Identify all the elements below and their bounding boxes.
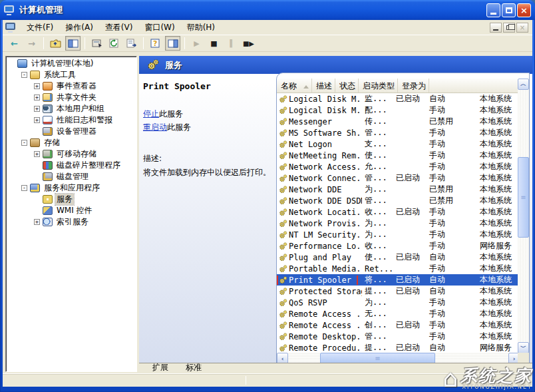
menu-item[interactable]: 查看(V) xyxy=(99,21,139,35)
service-description: 支... xyxy=(362,138,393,150)
scroll-up-button[interactable]: ︿ xyxy=(518,79,529,90)
service-row[interactable]: Remote Procedu... 提... 已启动 自动 网络服务 xyxy=(277,342,520,353)
chevron-down-icon: ﹀ xyxy=(520,343,526,352)
mdi-restore-button[interactable] xyxy=(503,23,515,33)
tree-item[interactable]: 设备管理器 xyxy=(6,126,136,137)
service-row[interactable]: NT LM Security... 为... 手动 本地系统 xyxy=(277,229,520,240)
selected-service-info: Print Spooler 停止此服务 重启动此服务 描述: 将文件加载到内存中… xyxy=(143,81,276,178)
service-row[interactable]: Remote Access ... 创... 已启动 手动 本地系统 xyxy=(277,319,520,331)
service-row[interactable]: Network Provis... 为... 手动 本地系统 xyxy=(277,218,520,229)
column-header[interactable]: 启动类型 xyxy=(359,79,398,93)
service-row[interactable]: Performance Lo... 收... 手动 网络服务 xyxy=(277,240,520,252)
tree-item[interactable]: + 本地用户和组 xyxy=(6,103,136,114)
column-header[interactable]: 名称 xyxy=(277,79,312,93)
tree-item[interactable]: + 共享文件夹 xyxy=(6,92,136,103)
column-header[interactable]: 状态 xyxy=(335,79,359,93)
refresh-button[interactable] xyxy=(106,36,122,51)
service-description: 传... xyxy=(362,116,393,127)
service-row[interactable]: NetMeeting Rem... 使... 手动 本地系统 xyxy=(277,150,520,161)
column-header[interactable]: 描述 xyxy=(312,79,335,93)
service-row[interactable]: Protected Storage 提... 已启动 自动 本地系统 xyxy=(277,286,520,297)
service-row[interactable]: Messenger 传... 已禁用 本地系统 xyxy=(277,116,520,127)
service-row[interactable]: Remote Access ... 无... 手动 本地系统 xyxy=(277,308,520,319)
tree-item[interactable]: + 事件查看器 xyxy=(6,81,136,92)
pause-button[interactable]: ‖ xyxy=(224,36,239,51)
service-row[interactable]: Remote Desktop... 管... 手动 本地系统 xyxy=(277,331,520,342)
menu-item[interactable]: 操作(A) xyxy=(59,21,99,35)
service-name: Network Connec... xyxy=(289,174,362,183)
tree-item[interactable]: + 性能日志和警报 xyxy=(6,114,136,126)
tree-item[interactable]: 磁盘碎片整理程序 xyxy=(6,160,136,171)
tree-expander-icon[interactable]: + xyxy=(34,83,40,89)
service-row[interactable]: Network Connec... 管... 已启动 手动 本地系统 xyxy=(277,172,520,184)
help-button[interactable]: ? xyxy=(148,36,163,51)
panel-toggle-button[interactable] xyxy=(165,36,180,51)
service-row[interactable]: Network DDE DSDM 管... 已禁用 本地系统 xyxy=(277,195,520,206)
vertical-scroll-thumb[interactable] xyxy=(518,157,529,238)
tree-item[interactable]: 磁盘管理 xyxy=(6,171,136,182)
service-row[interactable]: Network DDE 为... 已禁用 本地系统 xyxy=(277,184,520,195)
back-button[interactable]: ← xyxy=(7,36,22,51)
mdi-close-button[interactable]: × xyxy=(516,23,528,33)
service-row[interactable]: Logical Disk M... 监... 已启动 自动 本地系统 xyxy=(277,93,520,104)
tree-expander-icon[interactable]: + xyxy=(34,151,40,157)
close-button[interactable]: × xyxy=(517,3,531,17)
stop-button[interactable]: ■ xyxy=(206,36,222,51)
titlebar[interactable]: 计算机管理 × xyxy=(0,0,535,20)
restart-service-link[interactable]: 重启动 xyxy=(143,122,167,132)
service-logon-as: 本地系统 xyxy=(477,116,520,127)
service-startup-type: 手动 xyxy=(427,240,477,252)
service-gear-icon xyxy=(279,152,287,160)
mdi-minimize-button[interactable] xyxy=(490,23,502,33)
vertical-scrollbar[interactable]: ︿ ﹀ xyxy=(518,79,529,353)
service-description: 收... xyxy=(362,206,393,218)
service-row[interactable]: Network Locati... 收... 已启动 手动 本地系统 xyxy=(277,206,520,218)
tree-toggle-button[interactable] xyxy=(65,36,81,51)
service-startup-type: 手动 xyxy=(427,218,477,229)
export-list-button[interactable] xyxy=(124,36,139,51)
tree-item[interactable]: - 服务和应用程序 xyxy=(6,182,136,194)
service-gear-icon xyxy=(279,299,287,307)
tree-expander-icon[interactable]: + xyxy=(34,117,40,123)
service-row[interactable]: MS Software Sh... 管... 手动 本地系统 xyxy=(277,127,520,138)
service-row[interactable]: Portable Media... Ret... 手动 本地系统 xyxy=(277,263,520,274)
tree-expander-icon[interactable]: + xyxy=(34,95,40,100)
play-button[interactable]: ▶ xyxy=(189,36,204,51)
tree-item[interactable]: - 存储 xyxy=(6,137,136,148)
tree-expander-icon[interactable]: - xyxy=(21,140,27,146)
view-tab[interactable]: 标准 xyxy=(178,363,210,372)
forward-button[interactable]: → xyxy=(24,36,39,51)
service-row[interactable]: Network Access... 允... 手动 本地系统 xyxy=(277,161,520,172)
pane-title: 服务 xyxy=(165,59,182,71)
tree-expander-icon[interactable]: - xyxy=(21,185,27,191)
scroll-down-button[interactable]: ﹀ xyxy=(518,342,529,353)
tree-item-label: 磁盘管理 xyxy=(55,171,90,182)
menu-item[interactable]: 帮助(H) xyxy=(181,21,221,35)
service-row[interactable]: Logical Disk M... 配... 手动 本地系统 xyxy=(277,104,520,116)
properties-button[interactable] xyxy=(89,36,104,51)
stop-service-link[interactable]: 停止 xyxy=(143,109,159,118)
up-folder-button[interactable] xyxy=(48,36,63,51)
service-row[interactable]: QoS RSVP 为... 手动 本地系统 xyxy=(277,297,520,308)
tree-item[interactable]: WMI 控件 xyxy=(6,205,136,216)
restart-button[interactable]: ■▶ xyxy=(241,36,256,51)
maximize-button[interactable] xyxy=(502,3,516,17)
tree-expander-icon[interactable]: + xyxy=(34,106,40,112)
tree-item[interactable]: + 可移动存储 xyxy=(6,148,136,160)
tree-expander-icon[interactable]: + xyxy=(34,219,40,225)
menu-item[interactable]: 窗口(W) xyxy=(138,21,180,35)
tree-expander-icon[interactable]: - xyxy=(21,72,27,78)
minimize-button[interactable] xyxy=(486,3,500,17)
menu-item[interactable]: 文件(F) xyxy=(21,21,59,35)
service-status: 已启动 xyxy=(393,342,427,353)
tree-item[interactable]: 服务 xyxy=(6,194,136,205)
service-row[interactable]: Net Logon 支... 手动 本地系统 xyxy=(277,138,520,150)
view-tab[interactable]: 扩展 xyxy=(144,363,176,372)
tree-item[interactable]: + 索引服务 xyxy=(6,216,136,228)
tree-item[interactable]: - 系统工具 xyxy=(6,69,136,81)
tree-item[interactable]: 计算机管理(本地) xyxy=(6,58,136,69)
service-row[interactable]: Print Spooler 将... 已启动 自动 本地系统 xyxy=(277,274,520,286)
column-header[interactable]: 登录为 xyxy=(398,79,429,93)
service-row[interactable]: Plug and Play 使... 已启动 自动 本地系统 xyxy=(277,252,520,263)
service-gear-icon xyxy=(279,140,287,148)
